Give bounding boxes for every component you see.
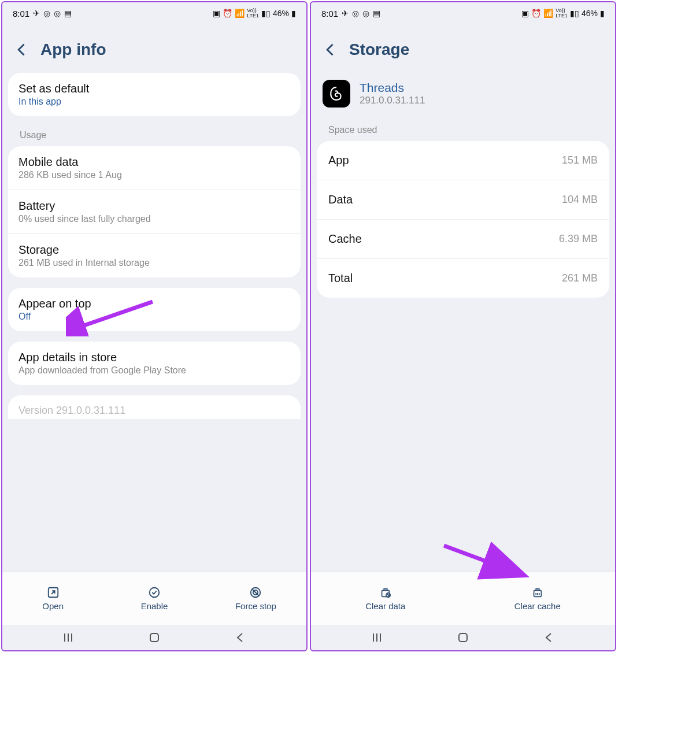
svg-rect-11 xyxy=(382,590,389,596)
instagram-icon: ◎ xyxy=(352,9,359,18)
set-default-sub: In this app xyxy=(18,97,290,107)
app-version: 291.0.0.31.111 xyxy=(360,95,425,106)
page-header: Storage xyxy=(311,24,615,69)
row-cache: Cache 6.39 MB xyxy=(317,220,609,259)
instagram-icon: ◎ xyxy=(43,9,50,18)
clear-cache-button[interactable]: Clear cache xyxy=(491,572,584,625)
row-data: Data 104 MB xyxy=(317,180,609,220)
volte-icon: Vo))LTE1 xyxy=(555,8,568,18)
app-row: Threads 291.0.0.31.111 xyxy=(317,73,609,121)
clock-icon: ⏰ xyxy=(531,9,541,18)
space-used-label: Space used xyxy=(317,121,609,141)
bottom-bar: Open Enable Force stop xyxy=(2,572,306,625)
page-title: App info xyxy=(40,40,106,59)
status-bar: 8:01 ✈ ◎ ◎ ▤ ▣ ⏰ 📶 Vo))LTE1 ▮▯ 46% ▮ xyxy=(2,2,306,24)
row-app: App 151 MB xyxy=(317,141,609,180)
wifi-icon: 📶 xyxy=(235,9,245,18)
clear-data-icon xyxy=(379,586,392,599)
home-button[interactable] xyxy=(147,631,161,644)
battery-item[interactable]: Battery 0% used since last fully charged xyxy=(8,190,301,234)
bottom-bar: Clear data Clear cache xyxy=(311,572,615,625)
svg-rect-21 xyxy=(459,633,467,642)
battery-text: 46% xyxy=(273,9,289,18)
battery-icon: ▮ xyxy=(600,9,605,18)
nav-bar xyxy=(2,625,306,650)
status-time: 8:01 xyxy=(321,9,338,18)
nav-bar xyxy=(311,625,615,650)
telegram-icon: ✈ xyxy=(33,9,40,18)
clear-data-button[interactable]: Clear data xyxy=(342,572,428,625)
page-header: App info xyxy=(2,24,306,69)
enable-icon xyxy=(148,586,161,599)
set-default-card[interactable]: Set as default In this app xyxy=(8,73,301,116)
clear-cache-icon xyxy=(531,586,544,599)
version-card: Version 291.0.0.31.111 xyxy=(8,395,301,419)
recents-button[interactable] xyxy=(370,631,384,644)
home-button[interactable] xyxy=(456,631,470,644)
status-bar: 8:01 ✈ ◎ ◎ ▤ ▣ ⏰ 📶 Vo))LTE1 ▮▯ 46% ▮ xyxy=(311,2,615,24)
phone-left: 8:01 ✈ ◎ ◎ ▤ ▣ ⏰ 📶 Vo))LTE1 ▮▯ 46% ▮ App… xyxy=(1,1,308,651)
mobile-data-item[interactable]: Mobile data 286 KB used since 1 Aug xyxy=(8,146,301,190)
instagram-icon-2: ◎ xyxy=(54,9,61,18)
enable-button[interactable]: Enable xyxy=(103,572,205,625)
status-time: 8:01 xyxy=(13,9,29,18)
usage-label: Usage xyxy=(8,127,301,146)
gallery-icon: ▤ xyxy=(373,9,380,18)
forcestop-button[interactable]: Force stop xyxy=(205,572,306,625)
volte-icon: Vo))LTE1 xyxy=(247,8,259,18)
row-total: Total 261 MB xyxy=(317,259,609,298)
open-button[interactable]: Open xyxy=(2,572,103,625)
battery-text: 46% xyxy=(582,9,598,18)
forcestop-icon xyxy=(249,586,262,599)
app-name: Threads xyxy=(360,81,425,95)
alarm-icon: ▣ xyxy=(521,9,529,18)
svg-point-1 xyxy=(150,588,160,598)
alarm-icon: ▣ xyxy=(213,9,220,18)
back-icon[interactable] xyxy=(323,42,339,58)
telegram-icon: ✈ xyxy=(342,9,349,18)
appear-card[interactable]: Appear on top Off xyxy=(8,288,301,331)
svg-rect-8 xyxy=(150,633,158,642)
page-title: Storage xyxy=(349,40,409,59)
instagram-icon-2: ◎ xyxy=(362,9,369,18)
threads-app-icon xyxy=(323,80,350,108)
clock-icon: ⏰ xyxy=(223,9,232,18)
open-icon xyxy=(47,586,60,599)
battery-icon: ▮ xyxy=(291,9,296,18)
set-default-title: Set as default xyxy=(18,82,290,95)
signal-icon: ▮▯ xyxy=(570,9,579,18)
phone-right: 8:01 ✈ ◎ ◎ ▤ ▣ ⏰ 📶 Vo))LTE1 ▮▯ 46% ▮ Sto… xyxy=(310,1,616,651)
wifi-icon: 📶 xyxy=(543,9,553,18)
store-card[interactable]: App details in store App downloaded from… xyxy=(8,342,301,385)
nav-back-button[interactable] xyxy=(234,631,247,644)
usage-card: Mobile data 286 KB used since 1 Aug Batt… xyxy=(8,146,301,277)
back-icon[interactable] xyxy=(14,42,30,58)
storage-item[interactable]: Storage 261 MB used in Internal storage xyxy=(8,234,301,277)
gallery-icon: ▤ xyxy=(64,9,72,18)
nav-back-button[interactable] xyxy=(542,631,556,644)
recents-button[interactable] xyxy=(61,631,75,644)
signal-icon: ▮▯ xyxy=(261,9,271,18)
space-card: App 151 MB Data 104 MB Cache 6.39 MB Tot… xyxy=(317,141,609,298)
